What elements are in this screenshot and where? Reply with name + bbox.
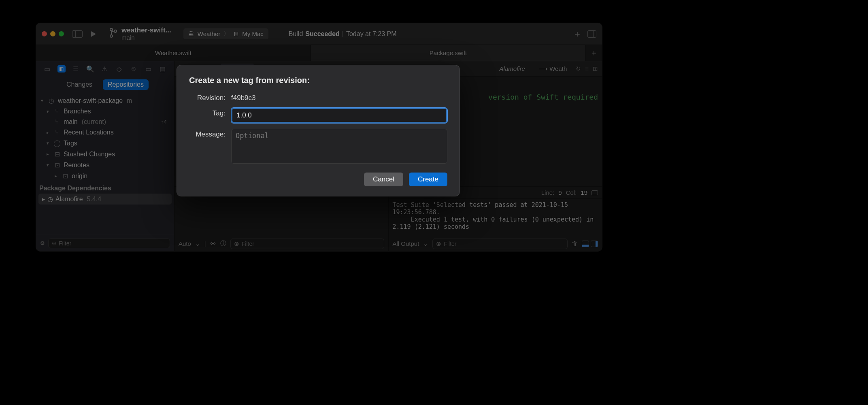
info-icon[interactable]: ⓘ — [220, 240, 226, 247]
navigator-filter[interactable]: ⊜ — [48, 239, 170, 248]
toggle-navigator-icon[interactable] — [72, 30, 83, 38]
disclosure-icon[interactable]: ▾ — [45, 109, 51, 114]
titlebar: weather-swift... main 🏛 Weather 〉 🖥 My M… — [36, 23, 602, 45]
destination-label: My Mac — [242, 30, 264, 37]
auto-label[interactable]: Auto — [179, 240, 191, 247]
variables-filter[interactable]: ⊜ — [230, 239, 384, 249]
filter-input[interactable] — [242, 241, 381, 247]
minimap-icon[interactable] — [591, 190, 598, 195]
revision-value: f49b9c3 — [231, 92, 256, 102]
debug-navigator-icon[interactable]: ⎋ — [129, 64, 138, 73]
tree-suffix: (current) — [82, 118, 106, 126]
issues-icon[interactable]: ⚠ — [100, 64, 109, 73]
scheme-destination[interactable]: 🏛 Weather 〉 🖥 My Mac — [183, 28, 268, 39]
tree-row-origin[interactable]: ▸ ⊡ origin — [36, 171, 174, 181]
disclosure-icon[interactable]: ▸ — [45, 130, 51, 135]
disclosure-icon[interactable]: ▾ — [45, 141, 51, 146]
new-tab-button[interactable]: ＋ — [586, 45, 602, 61]
file-tab[interactable]: Weather.swift — [36, 45, 311, 61]
tree-row-remotes[interactable]: ▾ ⊡ Remotes — [36, 160, 174, 171]
branch-name: main — [121, 34, 171, 41]
dependency-name: Alamofire — [55, 196, 83, 203]
navigator-selector: ▭ ◧ ☰ 🔍 ⚠ ◇ ⎋ ▭ ▤ — [36, 61, 174, 77]
create-button[interactable]: Create — [409, 173, 447, 186]
tree-row-tags[interactable]: ▾ ◯ Tags — [36, 138, 174, 149]
filter-input[interactable] — [444, 241, 564, 247]
library-button[interactable]: ＋ — [573, 28, 582, 40]
console-output[interactable]: Test Suite 'Selected tests' passed at 20… — [389, 199, 602, 236]
file-tab[interactable]: Package.swift — [311, 45, 586, 61]
tree-row-repo[interactable]: ▾ ◷ weather-swift-package m — [36, 95, 174, 106]
tree-label: Recent Locations — [64, 129, 114, 136]
tab-repositories[interactable]: Repositories — [103, 79, 149, 90]
reports-icon[interactable]: ▤ — [158, 64, 167, 73]
scheme-icon: 🏛 — [188, 30, 194, 37]
all-output-label[interactable]: All Output — [393, 240, 419, 247]
toggle-console-icon[interactable] — [591, 241, 598, 247]
disclosure-icon[interactable]: ▸ — [53, 173, 59, 179]
build-status[interactable]: Build Succeeded | Today at 7:23 PM — [289, 30, 397, 38]
build-time: Today at 7:23 PM — [346, 30, 397, 38]
branch-icon: ⑂ — [53, 129, 61, 136]
tree-label: origin — [72, 173, 87, 180]
revision-label: Revision: — [189, 92, 226, 102]
tree-label: weather-swift-package — [58, 97, 123, 104]
message-textarea[interactable] — [231, 129, 447, 164]
editor-options-icon[interactable]: ≡ — [585, 65, 589, 72]
tree-label: main — [64, 118, 78, 126]
dependency-row[interactable]: ▸ ◷ Alamofire 5.4.4 — [38, 194, 172, 205]
remote-icon: ⊡ — [53, 161, 61, 169]
zoom-window-button[interactable] — [59, 31, 64, 36]
source-control-navigator-icon[interactable]: ◧ — [57, 65, 66, 72]
chevron-updown-icon[interactable]: ⌄ — [423, 240, 428, 247]
jumpbar-item[interactable]: ⟶ Weath — [534, 64, 572, 74]
gear-icon[interactable]: ⚙ — [40, 240, 45, 246]
tag-label: Tag: — [189, 108, 226, 117]
toggle-inspector-icon[interactable] — [587, 30, 596, 38]
cancel-button[interactable]: Cancel — [364, 173, 403, 186]
filter-input[interactable] — [59, 240, 166, 247]
close-window-button[interactable] — [42, 31, 47, 36]
branch-icon — [109, 28, 117, 40]
jumpbar-item[interactable]: Alamofire — [495, 64, 530, 74]
tree-row-recent[interactable]: ▸ ⑂ Recent Locations — [36, 127, 174, 138]
breakpoints-icon[interactable]: ▭ — [144, 64, 153, 73]
chevron-updown-icon[interactable]: ⌄ — [195, 240, 200, 247]
project-name: weather-swift... — [121, 27, 171, 34]
tab-changes[interactable]: Changes — [62, 79, 97, 90]
remote-icon: ⊡ — [61, 172, 69, 180]
filter-icon: ⊜ — [52, 240, 56, 246]
toggle-vars-icon[interactable] — [582, 241, 589, 247]
create-tag-dialog: Create a new tag from revision: Revision… — [177, 65, 460, 196]
tree-label: Tags — [64, 140, 77, 147]
tag-icon: ◯ — [53, 139, 61, 147]
dependency-version: 5.4.4 — [87, 196, 102, 203]
filter-icon: ⊜ — [436, 240, 441, 247]
ahead-badge: ↑4 — [161, 119, 171, 125]
disclosure-icon[interactable]: ▾ — [39, 98, 45, 103]
disclosure-icon[interactable]: ▾ — [45, 162, 51, 168]
search-icon[interactable]: 🔍 — [86, 64, 95, 73]
tag-input[interactable] — [231, 108, 447, 123]
minimize-window-button[interactable] — [50, 31, 55, 36]
tree-row-branch-main[interactable]: ⑂ main (current) ↑4 — [36, 117, 174, 127]
scheme-branch-block[interactable]: weather-swift... main — [109, 27, 171, 41]
message-label: Message: — [189, 129, 226, 139]
symbol-navigator-icon[interactable]: ☰ — [71, 64, 80, 73]
run-button[interactable] — [89, 30, 97, 38]
trash-icon[interactable]: 🗑 — [572, 240, 578, 247]
folder-icon[interactable]: ▭ — [43, 64, 52, 73]
tree-row-stashed[interactable]: ▸ ⊟ Stashed Changes — [36, 149, 174, 160]
file-tab-bar: Weather.swift Package.swift ＋ — [36, 45, 602, 61]
console-filter[interactable]: ⊜ — [432, 239, 568, 249]
scheme-label: Weather — [198, 30, 220, 37]
tests-icon[interactable]: ◇ — [115, 64, 123, 73]
refresh-icon[interactable]: ↻ — [576, 65, 581, 72]
repository-tree: ▾ ◷ weather-swift-package m ▾ ⑂ Branches… — [36, 93, 174, 235]
svg-point-0 — [110, 28, 113, 31]
disclosure-icon[interactable]: ▸ — [42, 195, 45, 203]
tree-row-branches[interactable]: ▾ ⑂ Branches — [36, 106, 174, 117]
disclosure-icon[interactable]: ▸ — [45, 151, 51, 157]
eye-icon[interactable]: 👁 — [210, 240, 216, 247]
add-editor-icon[interactable]: ⊞ — [593, 65, 598, 72]
